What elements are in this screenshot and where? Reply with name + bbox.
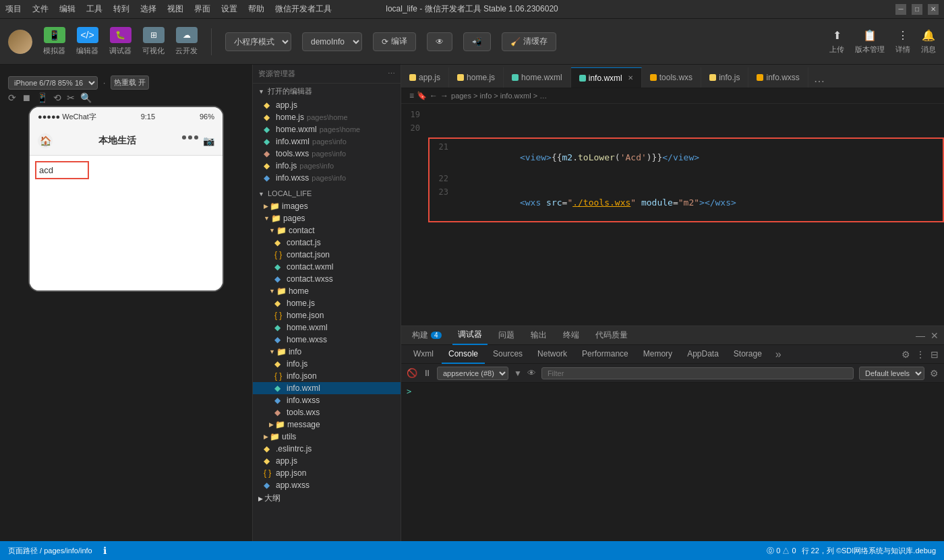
bottom-tab-debugger[interactable]: 调试器 xyxy=(452,326,488,345)
menu-item-wechat[interactable]: 微信开发者工具 xyxy=(275,3,332,15)
cut-button[interactable]: ✂ xyxy=(67,92,75,103)
menu-item-view[interactable]: 视图 xyxy=(167,3,183,15)
tree-home-js[interactable]: ◆ home.js xyxy=(253,297,401,309)
tree-app-wxss[interactable]: ◆ app.wxss xyxy=(253,479,401,491)
phone-outline-button[interactable]: 📱 xyxy=(36,92,48,103)
console-settings-button[interactable]: ⚙ xyxy=(930,368,939,379)
console-level-select[interactable]: Default levels xyxy=(859,367,924,380)
stop-button[interactable]: ⏹ xyxy=(22,92,31,103)
bottom-tab-problems[interactable]: 问题 xyxy=(493,326,520,345)
tree-message[interactable]: ▶ 📁 message xyxy=(253,418,401,431)
file-tree-more-icon[interactable]: ⋯ xyxy=(388,69,395,78)
tree-app-json[interactable]: { } app.json xyxy=(253,467,401,479)
devtools-tab-sources[interactable]: Sources xyxy=(486,345,529,364)
devtools-tab-network[interactable]: Network xyxy=(531,345,574,364)
editor-tool[interactable]: </> 编辑器 xyxy=(76,27,98,56)
tree-contact-js[interactable]: ◆ contact.js xyxy=(253,237,401,249)
real-machine-button[interactable]: 📲 xyxy=(463,32,491,51)
menu-item-goto[interactable]: 转到 xyxy=(113,3,129,15)
menu-item-project[interactable]: 项目 xyxy=(5,3,22,15)
compile-button[interactable]: ⟳ 编译 xyxy=(373,32,416,51)
version-button[interactable]: 📋 版本管理 xyxy=(855,29,885,55)
detail-button[interactable]: ⋮ 详情 xyxy=(895,29,910,55)
tab-home-wxml[interactable]: home.wxml xyxy=(504,67,571,88)
open-file-app-js[interactable]: ◆ app.js xyxy=(253,99,401,111)
tab-home-js[interactable]: home.js xyxy=(449,67,504,88)
tree-info-wxml[interactable]: ◆ info.wxml xyxy=(253,382,401,394)
tree-contact-wxss[interactable]: ◆ contact.wxss xyxy=(253,273,401,285)
console-pause-button[interactable]: ⏸ xyxy=(423,368,432,378)
open-editors-section[interactable]: ▼ 打开的编辑器 xyxy=(253,84,401,99)
tree-home-wxss[interactable]: ◆ home.wxss xyxy=(253,334,401,346)
console-area[interactable]: > xyxy=(401,383,944,541)
open-file-info-js[interactable]: ◆ info.js pages\info xyxy=(253,160,401,172)
minimize-button[interactable]: ─ xyxy=(895,4,906,15)
reload-toggle[interactable]: 热重载 开 xyxy=(111,75,149,90)
tree-contact-json[interactable]: { } contact.json xyxy=(253,249,401,261)
close-button[interactable]: ✕ xyxy=(928,4,939,15)
tab-app-js[interactable]: app.js xyxy=(401,67,449,88)
tree-info-json[interactable]: { } info.json xyxy=(253,370,401,382)
visual-tool[interactable]: ⊞ 可视化 xyxy=(142,27,165,56)
open-file-home-wxml[interactable]: ◆ home.wxml pages\home xyxy=(253,123,401,135)
maximize-button[interactable]: □ xyxy=(912,4,922,15)
tree-home-wxml[interactable]: ◆ home.wxml xyxy=(253,321,401,334)
tree-info-js[interactable]: ◆ info.js xyxy=(253,358,401,370)
tree-eslintrc[interactable]: ◆ .eslintrc.js xyxy=(253,443,401,455)
console-clear-button[interactable]: 🚫 xyxy=(407,368,417,378)
breadcrumb-back-button[interactable]: ← xyxy=(430,91,438,100)
avatar[interactable] xyxy=(8,30,32,54)
devtools-tab-wxml[interactable]: Wxml xyxy=(407,345,440,364)
console-filter-input[interactable] xyxy=(541,367,854,379)
bottom-tab-terminal[interactable]: 终端 xyxy=(558,326,585,345)
bottom-tab-output[interactable]: 输出 xyxy=(525,326,552,345)
bottom-tab-code-quality[interactable]: 代码质量 xyxy=(590,326,633,345)
reload-button[interactable]: ⟳ xyxy=(8,92,16,103)
tab-tools-wxs[interactable]: tools.wxs xyxy=(642,67,701,88)
tree-contact-wxml[interactable]: ◆ contact.wxml xyxy=(253,261,401,273)
devtools-settings-button[interactable]: ⚙ xyxy=(902,349,910,360)
message-button[interactable]: 🔔 消息 xyxy=(921,29,936,55)
devtools-tab-memory[interactable]: Memory xyxy=(637,345,679,364)
menu-item-edit[interactable]: 编辑 xyxy=(59,3,76,15)
open-file-info-wxss[interactable]: ◆ info.wxss pages\info xyxy=(253,172,401,184)
open-file-info-wxml[interactable]: ◆ info.wxml pages\info xyxy=(253,135,401,148)
menu-item-settings[interactable]: 设置 xyxy=(221,3,237,15)
simulator-tool[interactable]: 📱 模拟器 xyxy=(43,27,65,56)
devtools-tab-appdata[interactable]: AppData xyxy=(680,345,726,364)
editor-code-area[interactable]: 19 20 21 <view>{{m2.toLower('Acd')}}</vi… xyxy=(401,104,944,325)
breadcrumb-bookmark[interactable]: 🔖 xyxy=(417,91,427,100)
appservice-select[interactable]: appservice (#8) xyxy=(437,367,508,380)
tree-images[interactable]: ▶ 📁 images xyxy=(253,200,401,212)
minimize-panel-button[interactable]: — xyxy=(916,330,925,341)
open-file-tools-wxs[interactable]: ◆ tools.wxs pages\info xyxy=(253,148,401,160)
upload-button[interactable]: ⬆ 上传 xyxy=(829,29,844,55)
eye-button[interactable]: 👁 xyxy=(427,32,452,51)
devtools-tab-storage[interactable]: Storage xyxy=(727,345,769,364)
more-tabs-button[interactable]: ⋯ xyxy=(808,75,830,88)
tab-info-js[interactable]: info.js xyxy=(701,67,748,88)
tree-pages[interactable]: ▼ 📁 pages xyxy=(253,212,401,224)
devtools-more-button[interactable]: » xyxy=(770,348,787,361)
tree-app-js[interactable]: ◆ app.js xyxy=(253,455,401,467)
rotate-button[interactable]: ⟲ xyxy=(53,92,61,103)
devtools-more-options-button[interactable]: ⋮ xyxy=(916,349,925,360)
devtools-dock-button[interactable]: ⊟ xyxy=(931,349,939,360)
tree-home-json[interactable]: { } home.json xyxy=(253,309,401,321)
tree-utils[interactable]: ▶ 📁 utils xyxy=(253,431,401,443)
tab-close-button[interactable]: ✕ xyxy=(628,74,633,82)
tree-contact[interactable]: ▼ 📁 contact xyxy=(253,224,401,237)
tree-tools-wxs[interactable]: ◆ tools.wxs xyxy=(253,406,401,418)
menu-item-select[interactable]: 选择 xyxy=(140,3,156,15)
tree-home[interactable]: ▼ 📁 home xyxy=(253,285,401,297)
menu-item-tools[interactable]: 工具 xyxy=(86,3,102,15)
tab-info-wxml[interactable]: info.wxml ✕ xyxy=(571,67,642,88)
breadcrumb-nav-back[interactable]: ≡ xyxy=(409,91,414,100)
project-mode-select[interactable]: 小程序模式 xyxy=(225,32,291,51)
nav-home-icon[interactable]: 🏠 xyxy=(38,133,53,148)
tree-info[interactable]: ▼ 📁 info xyxy=(253,346,401,358)
device-select[interactable]: iPhone 6/7/8 85% 16 xyxy=(8,76,98,90)
devtools-tab-console[interactable]: Console xyxy=(442,345,485,364)
search-button[interactable]: 🔍 xyxy=(80,92,92,103)
tree-info-wxss[interactable]: ◆ info.wxss xyxy=(253,394,401,406)
